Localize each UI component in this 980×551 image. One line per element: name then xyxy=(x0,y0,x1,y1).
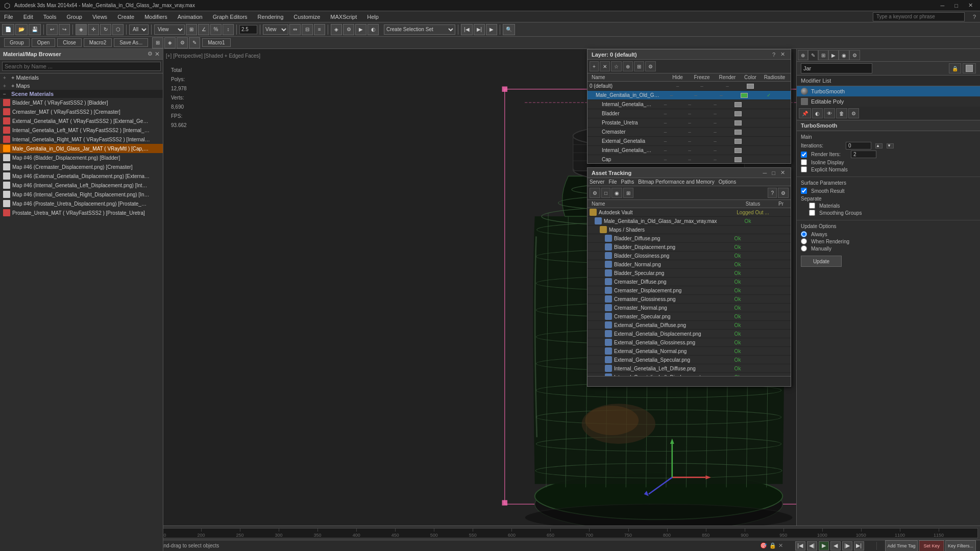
maximize-btn[interactable]: □ xyxy=(951,3,961,9)
asset-row-0[interactable]: Autodesk VaultLogged Out ... xyxy=(587,208,791,217)
move-btn[interactable]: ✛ xyxy=(88,24,99,35)
active-shade-mod-btn[interactable]: ◐ xyxy=(812,108,823,118)
layer-render-3[interactable]: – xyxy=(702,111,728,116)
close-btn[interactable]: ✕ xyxy=(965,2,976,9)
tab-macro1[interactable]: Macro1 xyxy=(202,38,230,47)
layer-freeze-5[interactable]: – xyxy=(677,129,702,135)
isoline-check[interactable] xyxy=(801,159,807,165)
layer-select-btn[interactable]: ☆ xyxy=(611,61,622,71)
material-browser-scroll[interactable]: + + Materials + + Maps − Scene Materials… xyxy=(0,73,163,551)
layer-row-6[interactable]: External_Genetalia––– xyxy=(587,137,791,146)
menu-create[interactable]: Create xyxy=(115,13,136,20)
layer-render-0[interactable]: – xyxy=(715,83,740,89)
percent-snap-btn[interactable]: % xyxy=(210,24,222,35)
layer-freeze-2[interactable]: – xyxy=(677,102,702,107)
icon-btn-1[interactable]: ⊞ xyxy=(152,37,163,48)
menu-animation[interactable]: Animation xyxy=(176,13,205,20)
asset-btn-3[interactable]: ◉ xyxy=(611,188,622,198)
rotate-btn[interactable]: ↻ xyxy=(100,24,111,35)
manually-radio[interactable] xyxy=(801,245,807,252)
spinner-snap-btn[interactable]: ↕ xyxy=(223,24,234,35)
modifier-list-item-turbosmooth[interactable]: TurboSmooth xyxy=(797,86,980,96)
menu-file[interactable]: File xyxy=(2,13,15,20)
object-name-input[interactable] xyxy=(801,63,872,73)
layer-color-swatch-1[interactable] xyxy=(741,93,748,98)
smooth-result-check[interactable] xyxy=(801,188,807,194)
layer-color-swatch-0[interactable] xyxy=(747,84,754,89)
layer-panel-close-btn[interactable]: ✕ xyxy=(779,51,787,58)
layer-color-swatch-7[interactable] xyxy=(734,148,742,153)
layer-color-swatch-3[interactable] xyxy=(734,111,742,116)
layer-render-2[interactable]: – xyxy=(702,102,728,107)
prev-frame-btn[interactable]: |◀ xyxy=(461,24,473,35)
material-editor-btn[interactable]: ◈ xyxy=(331,24,342,35)
layer-freeze-4[interactable]: – xyxy=(677,120,702,126)
mod-tab-display[interactable]: ◉ xyxy=(839,50,849,60)
view-select[interactable]: View xyxy=(263,24,288,35)
render-iters-input[interactable] xyxy=(851,151,876,158)
layer-render-4[interactable]: – xyxy=(702,120,728,126)
menu-graph-editors[interactable]: Graph Editors xyxy=(211,13,250,20)
asset-menu-options[interactable]: Options xyxy=(719,179,736,185)
iterations-up-btn[interactable]: ▲ xyxy=(875,143,883,148)
play-rev-btn[interactable]: ◀ xyxy=(830,541,841,550)
layer-panel-help-btn[interactable]: ? xyxy=(771,51,777,58)
iterations-down-btn[interactable]: ▼ xyxy=(887,143,894,148)
layer-settings-btn[interactable]: ⚙ xyxy=(645,61,656,71)
layer-panel-header[interactable]: Layer: 0 (default) ? ✕ xyxy=(587,49,791,60)
next-frame-btn[interactable]: ▶| xyxy=(474,24,485,35)
asset-minimize-btn[interactable]: ─ xyxy=(762,169,769,176)
select-btn[interactable]: ◈ xyxy=(76,24,87,35)
layer-hide-0[interactable]: – xyxy=(666,83,689,89)
mirror-btn[interactable]: ⇔ xyxy=(289,24,301,35)
material-item-1[interactable]: Cremaster_MAT ( VRayFastSSS2 ) [Cremaste… xyxy=(0,107,163,116)
tab-open[interactable]: Open xyxy=(32,38,55,47)
modifier-list-item-editable-poly[interactable]: Editable Poly xyxy=(797,96,980,107)
material-search-input[interactable] xyxy=(2,62,161,71)
quick-align-btn[interactable]: ≡ xyxy=(314,24,325,35)
layer-color-swatch-2[interactable] xyxy=(734,102,742,107)
open-btn[interactable]: 📂 xyxy=(15,24,28,35)
asset-close-btn[interactable]: ✕ xyxy=(779,169,787,176)
asset-btn-4[interactable]: ⊞ xyxy=(623,188,633,198)
asset-btn-1[interactable]: ⚙ xyxy=(590,188,600,198)
mod-tab-utilities[interactable]: ⚙ xyxy=(849,50,860,60)
layer-hide-7[interactable]: – xyxy=(654,147,677,153)
key-filters-btn[interactable]: Key Filters... xyxy=(945,540,976,552)
value-input[interactable] xyxy=(239,25,257,34)
layer-hide-2[interactable]: – xyxy=(654,102,677,107)
snap-btn[interactable]: ⊞ xyxy=(186,24,197,35)
render-setup-btn[interactable]: ⚙ xyxy=(343,24,354,35)
asset-menu-server[interactable]: Server xyxy=(590,179,604,185)
asset-row-5[interactable]: Bladder_Glossiness.pngOk xyxy=(587,252,791,260)
asset-row-12[interactable]: Cremaster_Specular.pngOk xyxy=(587,312,791,321)
asset-row-9[interactable]: Cremaster_Displacement.pngOk xyxy=(587,286,791,295)
materials-sep-check[interactable] xyxy=(809,203,815,209)
menu-rendering[interactable]: Rendering xyxy=(256,13,286,20)
layer-sel-to-highlight-btn[interactable]: ⊞ xyxy=(634,61,644,71)
tab-macro2[interactable]: Macro2 xyxy=(84,38,112,47)
layer-add-btn[interactable]: + xyxy=(590,61,599,71)
explicit-normals-check[interactable] xyxy=(801,166,807,172)
asset-menu-bitmap[interactable]: Bitmap Performance and Memory xyxy=(638,179,715,185)
asset-row-14[interactable]: External_Genetalia_Displacement.pngOk xyxy=(587,330,791,338)
layer-hide-3[interactable]: – xyxy=(654,111,677,116)
asset-row-17[interactable]: External_Genetalia_Specular.pngOk xyxy=(587,356,791,364)
layer-hide-8[interactable]: – xyxy=(654,157,677,162)
layer-row-7[interactable]: Internal_Genetalia_Right––– xyxy=(587,146,791,155)
scale-btn[interactable]: ⬡ xyxy=(112,24,124,35)
material-item-8[interactable]: Map #46 (External_Genetalia_Displacement… xyxy=(0,171,163,181)
layer-row-1[interactable]: Male_Genitalia_in_Old_Glass_Jar–––✓ xyxy=(587,91,791,100)
material-item-12[interactable]: Prostate_Uretra_MAT ( VRayFastSSS2 ) [Pr… xyxy=(0,208,163,217)
layer-hide-1[interactable]: – xyxy=(660,92,683,98)
layer-color-swatch-4[interactable] xyxy=(734,120,742,126)
asset-row-13[interactable]: External_Genetalia_Diffuse.pngOk xyxy=(587,321,791,330)
delete-modifier-btn[interactable]: 🗑 xyxy=(836,108,847,118)
play-fwd-btn[interactable]: ▶ xyxy=(819,541,829,550)
color-swatch-btn[interactable] xyxy=(963,63,976,73)
menu-customize[interactable]: Customize xyxy=(291,13,322,20)
configure-modifier-btn[interactable]: ⚙ xyxy=(848,108,859,118)
mod-tab-create[interactable]: ⊕ xyxy=(798,50,808,60)
asset-row-15[interactable]: External_Genetalia_Glossiness.pngOk xyxy=(587,338,791,347)
set-key-btn[interactable]: Set Key xyxy=(919,540,944,552)
